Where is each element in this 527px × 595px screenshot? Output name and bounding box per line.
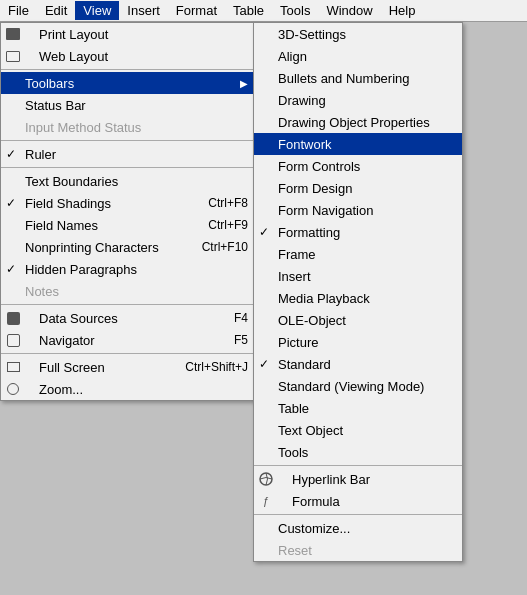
fontwork-label: Fontwork	[278, 137, 331, 152]
menu-data-sources[interactable]: Data Sources F4	[1, 307, 254, 329]
3d-settings-label: 3D-Settings	[278, 27, 346, 42]
submenu-3d-settings[interactable]: 3D-Settings	[254, 23, 462, 45]
menubar-view[interactable]: View	[75, 1, 119, 20]
full-screen-icon	[5, 359, 21, 375]
form-controls-label: Form Controls	[278, 159, 360, 174]
media-playback-label: Media Playback	[278, 291, 370, 306]
menubar-insert[interactable]: Insert	[119, 1, 168, 20]
menu-hidden-paragraphs[interactable]: ✓ Hidden Paragraphs	[1, 258, 254, 280]
menubar-format[interactable]: Format	[168, 1, 225, 20]
reset-label: Reset	[278, 543, 312, 558]
toolbars-label: Toolbars	[25, 76, 74, 91]
menu-full-screen[interactable]: Full Screen Ctrl+Shift+J	[1, 356, 254, 378]
menu-toolbars[interactable]: Toolbars ▶	[1, 72, 254, 94]
ole-object-label: OLE-Object	[278, 313, 346, 328]
menu-navigator[interactable]: Navigator F5	[1, 329, 254, 351]
submenu-picture[interactable]: Picture	[254, 331, 462, 353]
check-standard: ✓	[259, 357, 269, 371]
insert-label: Insert	[278, 269, 311, 284]
view-menu-dropdown: ✓ Print Layout Web Layout Toolbars ▶ Sta…	[0, 22, 255, 401]
check-hidden-paragraphs: ✓	[6, 262, 16, 276]
form-navigation-label: Form Navigation	[278, 203, 373, 218]
check-field-shadings: ✓	[6, 196, 16, 210]
ruler-label: Ruler	[25, 147, 56, 162]
menu-field-names[interactable]: Field Names Ctrl+F9	[1, 214, 254, 236]
print-layout-label: Print Layout	[25, 27, 108, 42]
drawing-obj-props-label: Drawing Object Properties	[278, 115, 430, 130]
zoom-label: Zoom...	[25, 382, 83, 397]
menubar-help[interactable]: Help	[381, 1, 424, 20]
submenu-formatting[interactable]: ✓ Formatting	[254, 221, 462, 243]
data-sources-icon	[5, 310, 21, 326]
data-sources-label: Data Sources	[25, 311, 118, 326]
submenu-form-controls[interactable]: Form Controls	[254, 155, 462, 177]
submenu-drawing-obj-props[interactable]: Drawing Object Properties	[254, 111, 462, 133]
menubar-tools[interactable]: Tools	[272, 1, 318, 20]
submenu-media-playback[interactable]: Media Playback	[254, 287, 462, 309]
separator-sub-1	[254, 465, 462, 466]
field-names-label: Field Names	[25, 218, 98, 233]
nonprinting-shortcut: Ctrl+F10	[182, 240, 248, 254]
submenu-ole-object[interactable]: OLE-Object	[254, 309, 462, 331]
field-names-shortcut: Ctrl+F9	[188, 218, 248, 232]
text-object-label: Text Object	[278, 423, 343, 438]
submenu-hyperlink-bar[interactable]: Hyperlink Bar	[254, 468, 462, 490]
formula-label: Formula	[278, 494, 340, 509]
picture-label: Picture	[278, 335, 318, 350]
menubar-file[interactable]: File	[0, 1, 37, 20]
bullets-numbering-label: Bullets and Numbering	[278, 71, 410, 86]
full-screen-shortcut: Ctrl+Shift+J	[165, 360, 248, 374]
menubar-edit[interactable]: Edit	[37, 1, 75, 20]
submenu-reset: Reset	[254, 539, 462, 561]
menu-print-layout[interactable]: ✓ Print Layout	[1, 23, 254, 45]
zoom-icon	[5, 381, 21, 397]
separator-2	[1, 140, 254, 141]
menu-text-boundaries[interactable]: Text Boundaries	[1, 170, 254, 192]
navigator-shortcut: F5	[214, 333, 248, 347]
web-layout-label: Web Layout	[25, 49, 108, 64]
menu-field-shadings[interactable]: ✓ Field Shadings Ctrl+F8	[1, 192, 254, 214]
separator-4	[1, 304, 254, 305]
menubar-table[interactable]: Table	[225, 1, 272, 20]
hyperlink-bar-icon	[258, 471, 274, 487]
submenu-align[interactable]: Align	[254, 45, 462, 67]
submenu-text-object[interactable]: Text Object	[254, 419, 462, 441]
submenu-form-navigation[interactable]: Form Navigation	[254, 199, 462, 221]
submenu-drawing[interactable]: Drawing	[254, 89, 462, 111]
input-method-label: Input Method Status	[25, 120, 141, 135]
submenu-customize[interactable]: Customize...	[254, 517, 462, 539]
menu-input-method: Input Method Status	[1, 116, 254, 138]
tools-label: Tools	[278, 445, 308, 460]
menubar-window[interactable]: Window	[318, 1, 380, 20]
submenu-table[interactable]: Table	[254, 397, 462, 419]
submenu-bullets-numbering[interactable]: Bullets and Numbering	[254, 67, 462, 89]
menu-status-bar[interactable]: Status Bar	[1, 94, 254, 116]
standard-viewing-label: Standard (Viewing Mode)	[278, 379, 424, 394]
submenu-formula[interactable]: ƒ Formula	[254, 490, 462, 512]
separator-sub-2	[254, 514, 462, 515]
toolbars-arrow-icon: ▶	[240, 78, 248, 89]
menu-zoom[interactable]: Zoom...	[1, 378, 254, 400]
print-layout-icon	[5, 26, 21, 42]
menu-ruler[interactable]: ✓ Ruler	[1, 143, 254, 165]
submenu-standard-viewing[interactable]: Standard (Viewing Mode)	[254, 375, 462, 397]
toolbars-submenu: 3D-Settings Align Bullets and Numbering …	[253, 22, 463, 562]
submenu-form-design[interactable]: Form Design	[254, 177, 462, 199]
navigator-icon	[5, 332, 21, 348]
submenu-frame[interactable]: Frame	[254, 243, 462, 265]
menu-web-layout[interactable]: Web Layout	[1, 45, 254, 67]
submenu-standard[interactable]: ✓ Standard	[254, 353, 462, 375]
submenu-insert[interactable]: Insert	[254, 265, 462, 287]
svg-point-0	[260, 473, 272, 485]
data-sources-shortcut: F4	[214, 311, 248, 325]
check-ruler: ✓	[6, 147, 16, 161]
submenu-tools[interactable]: Tools	[254, 441, 462, 463]
field-shadings-label: Field Shadings	[25, 196, 111, 211]
formula-icon: ƒ	[258, 493, 274, 509]
status-bar-label: Status Bar	[25, 98, 86, 113]
submenu-fontwork[interactable]: Fontwork	[254, 133, 462, 155]
check-formatting: ✓	[259, 225, 269, 239]
menu-nonprinting[interactable]: Nonprinting Characters Ctrl+F10	[1, 236, 254, 258]
field-shadings-shortcut: Ctrl+F8	[188, 196, 248, 210]
separator-3	[1, 167, 254, 168]
